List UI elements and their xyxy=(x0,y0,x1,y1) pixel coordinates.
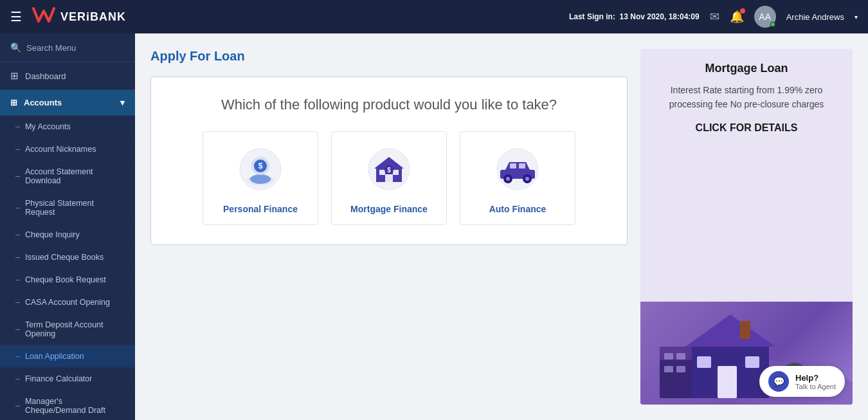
ad-description: Interest Rate starting from 1.99% zero p… xyxy=(653,83,840,112)
content-area: Apply For Loan Which of the following pr… xyxy=(135,33,868,420)
svg-rect-8 xyxy=(379,170,385,175)
help-title: Help? xyxy=(795,373,836,383)
last-signin-info: Last Sign in: 13 Nov 2020, 18:04:09 xyxy=(569,12,700,21)
user-menu-chevron-icon[interactable]: ▾ xyxy=(854,14,858,21)
sidebar-item-term-deposit-account-opening[interactable]: Term Deposit Account Opening xyxy=(0,314,135,345)
page-title: Apply For Loan xyxy=(150,49,628,64)
svg-point-18 xyxy=(506,177,510,181)
logo-area: VERiBANK xyxy=(32,6,126,28)
dashboard-icon: ⊞ xyxy=(10,70,19,82)
svg-rect-25 xyxy=(697,356,711,368)
cheque-book-request-label: Cheque Book Request xyxy=(25,275,106,284)
accounts-chevron-icon: ▾ xyxy=(120,98,125,107)
accounts-label: Accounts xyxy=(24,98,62,107)
personal-finance-label: Personal Finance xyxy=(223,204,298,214)
avatar-initials: AA xyxy=(759,12,771,22)
casa-account-opening-label: CASA Account Opening xyxy=(25,298,110,307)
personal-finance-svg: $ xyxy=(231,147,289,195)
search-icon: 🔍 xyxy=(10,42,21,53)
physical-statement-request-label: Physical Statement Request xyxy=(25,199,125,217)
help-bubble[interactable]: 💬 Help? Talk to Agent xyxy=(759,366,845,397)
svg-rect-15 xyxy=(519,163,525,169)
personal-finance-option[interactable]: $ Personal Finance xyxy=(203,131,318,225)
sidebar-item-casa-account-opening[interactable]: CASA Account Opening xyxy=(0,291,135,314)
finance-calculator-label: Finance Calculator xyxy=(25,374,92,383)
svg-rect-9 xyxy=(393,170,399,175)
svg-rect-29 xyxy=(664,353,673,360)
hamburger-menu-icon[interactable]: ☰ xyxy=(10,9,22,24)
mail-icon[interactable]: ✉ xyxy=(710,10,719,24)
sidebar-item-issued-cheque-books[interactable]: Issued Cheque Books xyxy=(0,246,135,269)
avatar[interactable]: AA xyxy=(754,6,776,28)
mortgage-finance-label: Mortgage Finance xyxy=(350,204,428,214)
sidebar-item-physical-statement-request[interactable]: Physical Statement Request xyxy=(0,192,135,224)
auto-finance-svg xyxy=(489,147,547,195)
sidebar-item-managers-cheque[interactable]: Manager's Cheque/Demand Draft xyxy=(0,390,135,420)
auto-finance-icon-container xyxy=(489,145,547,196)
auto-finance-option[interactable]: Auto Finance xyxy=(460,131,575,225)
last-signin-label: Last Sign in: xyxy=(569,12,615,21)
ad-cta[interactable]: CLICK FOR DETAILS xyxy=(653,122,840,134)
main-layout: 🔍 ⊞ Dashboard ⊞ Accounts ▾ My Accounts A… xyxy=(0,33,868,420)
sidebar-item-cheque-inquiry[interactable]: Cheque Inquiry xyxy=(0,224,135,246)
topbar-right: Last Sign in: 13 Nov 2020, 18:04:09 ✉ 🔔 … xyxy=(569,6,858,28)
top-navigation-bar: ☰ VERiBANK Last Sign in: 13 Nov 2020, 18… xyxy=(0,0,868,33)
term-deposit-account-opening-label: Term Deposit Account Opening xyxy=(25,320,125,338)
chat-icon: 💬 xyxy=(768,371,789,392)
mortgage-finance-icon-container: $ xyxy=(360,145,418,196)
account-nicknames-label: Account Nicknames xyxy=(25,145,96,154)
notification-bell-icon[interactable]: 🔔 xyxy=(730,10,744,24)
last-signin-date: 13 Nov 2020, 18:04:09 xyxy=(620,12,700,21)
sidebar: 🔍 ⊞ Dashboard ⊞ Accounts ▾ My Accounts A… xyxy=(0,33,135,420)
user-name[interactable]: Archie Andrews xyxy=(786,12,844,22)
loan-options-container: $ Personal Finance xyxy=(170,131,608,225)
svg-rect-30 xyxy=(676,353,685,360)
svg-rect-31 xyxy=(664,366,673,372)
mortgage-finance-svg: $ xyxy=(360,147,418,195)
main-content: Apply For Loan Which of the following pr… xyxy=(150,49,628,405)
ad-panel[interactable]: Mortgage Loan Interest Rate starting fro… xyxy=(640,49,853,405)
managers-cheque-label: Manager's Cheque/Demand Draft xyxy=(25,397,125,415)
issued-cheque-books-label: Issued Cheque Books xyxy=(25,253,104,262)
svg-text:$: $ xyxy=(387,167,391,174)
sidebar-section-accounts[interactable]: ⊞ Accounts ▾ xyxy=(0,90,135,116)
sidebar-item-cheque-book-request[interactable]: Cheque Book Request xyxy=(0,269,135,291)
sidebar-item-finance-calculator[interactable]: Finance Calculator xyxy=(0,368,135,390)
logo-text: VERiBANK xyxy=(60,10,126,24)
search-menu-input[interactable] xyxy=(26,43,125,53)
help-text: Help? Talk to Agent xyxy=(795,373,836,390)
auto-finance-label: Auto Finance xyxy=(489,204,547,214)
my-accounts-label: My Accounts xyxy=(25,122,71,131)
topbar-left: ☰ VERiBANK xyxy=(10,6,126,28)
sidebar-item-dashboard[interactable]: ⊞ Dashboard xyxy=(0,62,135,90)
svg-rect-24 xyxy=(718,366,737,398)
ad-content: Mortgage Loan Interest Rate starting fro… xyxy=(640,49,853,302)
cheque-inquiry-label: Cheque Inquiry xyxy=(25,230,80,239)
sidebar-dashboard-label: Dashboard xyxy=(25,71,66,81)
svg-rect-14 xyxy=(510,163,516,169)
svg-marker-22 xyxy=(685,315,775,347)
veribank-logo-svg xyxy=(32,6,55,24)
sidebar-item-account-nicknames[interactable]: Account Nicknames xyxy=(0,138,135,161)
sidebar-item-my-accounts[interactable]: My Accounts xyxy=(0,116,135,138)
ad-title: Mortgage Loan xyxy=(653,62,840,75)
loan-selection-card: Which of the following product would you… xyxy=(150,77,628,245)
svg-rect-23 xyxy=(740,321,750,339)
ad-image-area: 💬 Help? Talk to Agent xyxy=(640,302,853,405)
mortgage-finance-option[interactable]: $ Mortgage Finance xyxy=(331,131,447,225)
accounts-icon: ⊞ xyxy=(10,98,17,107)
sidebar-item-loan-application[interactable]: Loan Application xyxy=(0,345,135,368)
logo-icon xyxy=(32,6,55,28)
svg-text:$: $ xyxy=(258,161,263,170)
svg-rect-27 xyxy=(660,360,692,398)
help-subtitle: Talk to Agent xyxy=(795,383,836,390)
svg-rect-7 xyxy=(385,174,393,182)
svg-rect-26 xyxy=(745,356,759,368)
loan-application-label: Loan Application xyxy=(25,352,84,361)
sidebar-item-account-statement-download[interactable]: Account Statement Download xyxy=(0,161,135,192)
online-status-indicator xyxy=(770,22,775,27)
svg-point-19 xyxy=(525,177,529,181)
sidebar-search-container[interactable]: 🔍 xyxy=(0,33,135,62)
loan-question-text: Which of the following product would you… xyxy=(170,96,608,113)
account-statement-download-label: Account Statement Download xyxy=(25,167,125,185)
